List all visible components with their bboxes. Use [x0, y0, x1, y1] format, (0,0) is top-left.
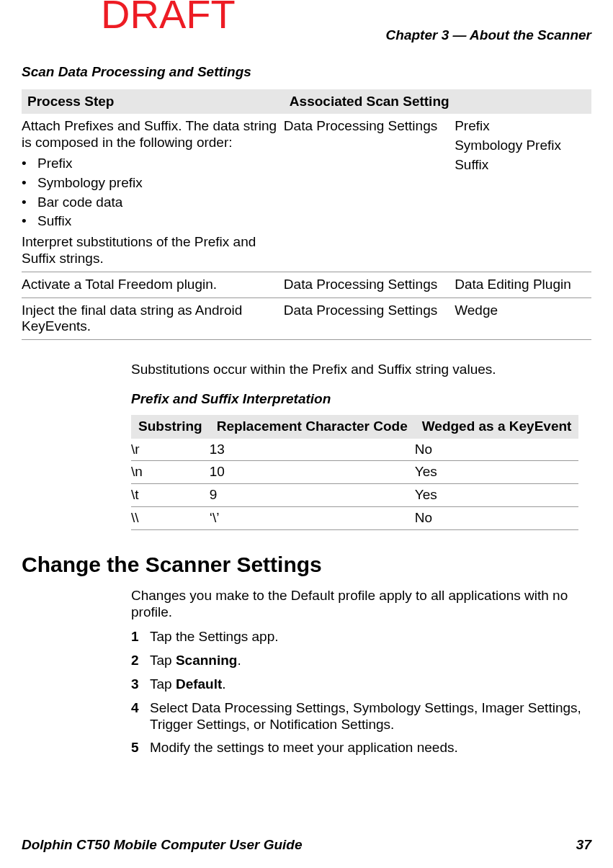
t2-r0-c0: \r [131, 439, 210, 461]
row0-setting-b-1: Symbology Prefix [455, 138, 586, 154]
t2-r2-c2: Yes [415, 484, 579, 507]
table2-caption: Prefix and Suffix Interpretation [131, 391, 591, 408]
list-item: Suffix [22, 213, 278, 230]
list-item: Prefix [22, 156, 278, 172]
page-number: 37 [576, 837, 591, 854]
section-intro: Changes you make to the Default profile … [131, 588, 591, 621]
step-2-post: . [237, 653, 241, 668]
list-item: Bar code data [22, 194, 278, 211]
row2-setting-b: Wedge [455, 297, 591, 340]
table-row: Activate a Total Freedom plugin. Data Pr… [22, 272, 591, 297]
scan-data-table: Process Step Associated Scan Setting Att… [22, 89, 591, 341]
row1-step: Activate a Total Freedom plugin. [22, 272, 284, 297]
t2-r0-c2: No [415, 439, 579, 461]
table-row: \t 9 Yes [131, 484, 578, 507]
footer-left: Dolphin CT50 Mobile Computer User Guide [22, 837, 303, 854]
t2-r3-c1: ‘\’ [210, 506, 415, 529]
table2-header-1: Replacement Character Code [210, 415, 415, 439]
row0-setting-a: Data Processing Settings [284, 114, 455, 272]
substitutions-paragraph: Substitutions occur within the Prefix an… [131, 362, 591, 378]
t2-r1-c0: \n [131, 461, 210, 484]
table1-caption: Scan Data Processing and Settings [22, 64, 591, 81]
step-4-text: Select Data Processing Settings, Symbolo… [150, 700, 581, 732]
table-row: \n 10 Yes [131, 461, 578, 484]
t2-r0-c1: 13 [210, 439, 415, 461]
t2-r3-c0: \\ [131, 506, 210, 529]
row1-setting-a: Data Processing Settings [284, 272, 455, 297]
row0-setting-b-2: Suffix [455, 157, 586, 174]
row0-intro: Attach Prefixes and Suffix. The data str… [22, 118, 278, 151]
table-row: Inject the final data string as Android … [22, 297, 591, 340]
table2-header-2: Wedged as a KeyEvent [415, 415, 579, 439]
row2-step: Inject the final data string as Android … [22, 297, 284, 340]
step-4: Select Data Processing Settings, Symbolo… [131, 700, 591, 733]
row1-setting-b: Data Editing Plugin [455, 272, 591, 297]
step-3-pre: Tap [150, 676, 176, 692]
row0-setting-b-0: Prefix [455, 118, 586, 135]
t2-r2-c1: 9 [210, 484, 415, 507]
step-2-pre: Tap [150, 653, 176, 668]
table1-header-1: Associated Scan Setting [284, 89, 591, 115]
table1-header-0: Process Step [22, 89, 284, 115]
step-3-post: . [222, 676, 225, 692]
table-row: \\ ‘\’ No [131, 506, 578, 529]
section-heading: Change the Scanner Settings [22, 552, 591, 578]
step-5-text: Modify the settings to meet your applica… [150, 740, 458, 755]
step-1-text: Tap the Settings app. [150, 629, 279, 644]
t2-r1-c2: Yes [415, 461, 579, 484]
table-row: Attach Prefixes and Suffix. The data str… [22, 114, 591, 272]
row0-outro: Interpret substitutions of the Prefix an… [22, 234, 278, 267]
step-2: Tap Scanning. [131, 653, 591, 669]
step-1: Tap the Settings app. [131, 629, 591, 645]
prefix-suffix-table: Substring Replacement Character Code Wed… [131, 415, 578, 530]
list-item: Symbology prefix [22, 175, 278, 192]
t2-r1-c1: 10 [210, 461, 415, 484]
step-5: Modify the settings to meet your applica… [131, 740, 591, 756]
t2-r3-c2: No [415, 506, 579, 529]
table-row: \r 13 No [131, 439, 578, 461]
row2-setting-a: Data Processing Settings [284, 297, 455, 340]
step-3: Tap Default. [131, 676, 591, 693]
step-2-bold: Scanning [176, 653, 238, 668]
step-3-bold: Default [176, 676, 222, 692]
table2-header-0: Substring [131, 415, 210, 439]
draft-watermark: DRAFT [101, 0, 236, 38]
t2-r2-c0: \t [131, 484, 210, 507]
